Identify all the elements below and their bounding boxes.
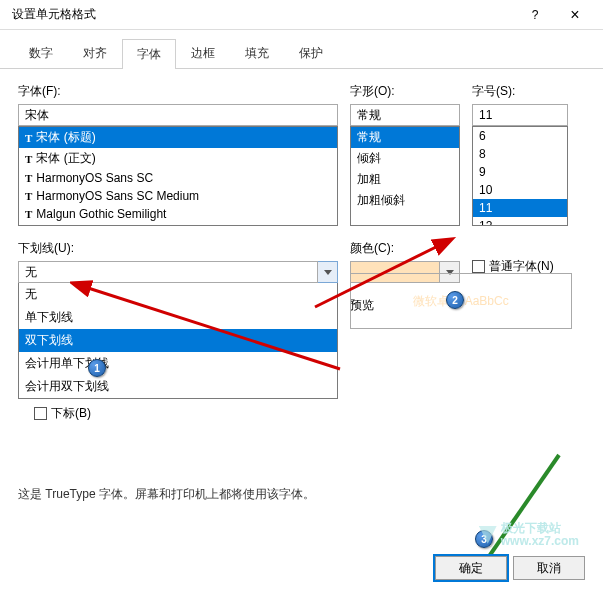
ok-button[interactable]: 确定 [435, 556, 507, 580]
list-item[interactable]: TMicrosoft YaHei UI [19, 223, 337, 226]
truetype-icon: T [25, 153, 32, 165]
font-listbox[interactable]: T宋体 (标题) T宋体 (正文) THarmonyOS Sans SC THa… [18, 126, 338, 226]
list-item[interactable]: 无 [19, 283, 337, 306]
checkbox-icon [34, 407, 47, 420]
tab-border[interactable]: 边框 [176, 38, 230, 68]
truetype-icon: T [25, 190, 32, 202]
font-description: 这是 TrueType 字体。屏幕和打印机上都将使用该字体。 [18, 486, 585, 503]
style-input[interactable]: 常规 [350, 104, 460, 126]
list-item[interactable]: THarmonyOS Sans SC [19, 169, 337, 187]
list-item[interactable]: 加粗 [351, 169, 459, 190]
list-item[interactable]: 会计用单下划线 [19, 352, 337, 375]
tab-font[interactable]: 字体 [122, 39, 176, 69]
truetype-icon: T [25, 208, 32, 220]
subscript-label: 下标(B) [51, 405, 91, 422]
size-label: 字号(S): [472, 83, 568, 100]
chevron-down-icon [324, 270, 332, 275]
list-item[interactable]: 6 [473, 127, 567, 145]
underline-combo[interactable]: 无 [18, 261, 338, 283]
dialog-footer: 确定 取消 [435, 556, 585, 580]
subscript-checkbox[interactable]: 下标(B) [34, 405, 338, 422]
underline-input[interactable]: 无 [18, 261, 318, 283]
underline-dropdown[interactable]: 无 单下划线 双下划线 会计用单下划线 会计用双下划线 [18, 283, 338, 399]
tab-protect[interactable]: 保护 [284, 38, 338, 68]
tab-align[interactable]: 对齐 [68, 38, 122, 68]
style-label: 字形(O): [350, 83, 460, 100]
truetype-icon: T [25, 172, 32, 184]
list-item[interactable]: 12 [473, 217, 567, 226]
list-item[interactable]: 会计用双下划线 [19, 375, 337, 398]
truetype-icon: T [25, 132, 32, 144]
tab-strip: 数字 对齐 字体 边框 填充 保护 [0, 30, 603, 69]
underline-label: 下划线(U): [18, 240, 338, 257]
list-item[interactable]: 常规 [351, 127, 459, 148]
list-item[interactable]: T宋体 (正文) [19, 148, 337, 169]
list-item[interactable]: 加粗倾斜 [351, 190, 459, 211]
annotation-badge-1: 1 [88, 359, 106, 377]
tab-number[interactable]: 数字 [14, 38, 68, 68]
style-listbox[interactable]: 常规 倾斜 加粗 加粗倾斜 [350, 126, 460, 226]
list-item[interactable]: 单下划线 [19, 306, 337, 329]
list-item[interactable]: 倾斜 [351, 148, 459, 169]
size-listbox[interactable]: 6 8 9 10 11 12 [472, 126, 568, 226]
help-button[interactable]: ? [515, 1, 555, 29]
color-label: 颜色(C): [350, 240, 460, 257]
list-item[interactable]: 9 [473, 163, 567, 181]
dialog-body: 字体(F): 宋体 T宋体 (标题) T宋体 (正文) THarmonyOS S… [0, 69, 603, 517]
list-item[interactable]: 10 [473, 181, 567, 199]
underline-dropdown-button[interactable] [318, 261, 338, 283]
cancel-button[interactable]: 取消 [513, 556, 585, 580]
tab-fill[interactable]: 填充 [230, 38, 284, 68]
window-title: 设置单元格格式 [8, 6, 515, 23]
font-input[interactable]: 宋体 [18, 104, 338, 126]
list-item[interactable]: THarmonyOS Sans SC Medium [19, 187, 337, 205]
watermark-icon [479, 526, 497, 544]
annotation-badge-2: 2 [446, 291, 464, 309]
watermark: 极光下载站 www.xz7.com [479, 522, 579, 548]
list-item[interactable]: T宋体 (标题) [19, 127, 337, 148]
list-item[interactable]: 双下划线 [19, 329, 337, 352]
font-label: 字体(F): [18, 83, 338, 100]
close-button[interactable]: × [555, 1, 595, 29]
list-item[interactable]: 11 [473, 199, 567, 217]
title-bar: 设置单元格格式 ? × [0, 0, 603, 30]
list-item[interactable]: 8 [473, 145, 567, 163]
size-input[interactable]: 11 [472, 104, 568, 126]
list-item[interactable]: TMalgun Gothic Semilight [19, 205, 337, 223]
